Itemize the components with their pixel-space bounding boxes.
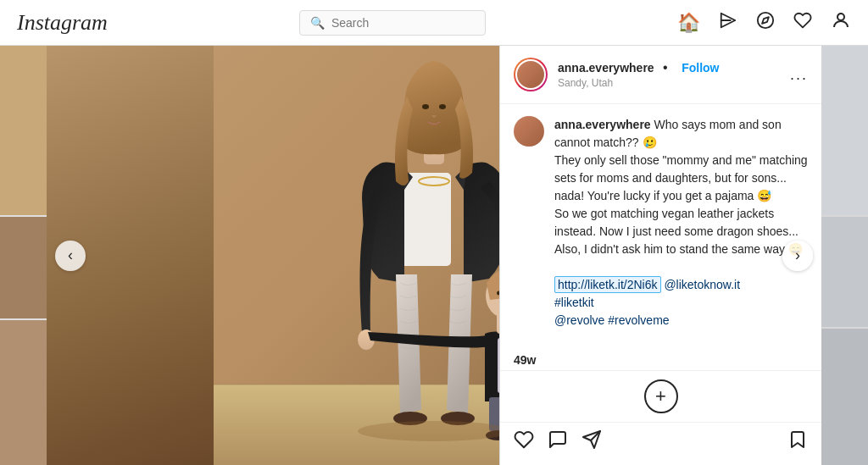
left-chevron-icon: ‹ — [68, 246, 73, 264]
separator: • — [663, 60, 668, 75]
mention1-text[interactable]: @liketoknow.it — [664, 278, 740, 291]
comment-panel: anna.everywhere • Follow Sandy, Utah ...… — [499, 46, 821, 465]
hashtag2[interactable]: #revolveme — [608, 313, 669, 327]
right-chevron-icon: › — [795, 246, 800, 264]
search-input[interactable] — [331, 16, 475, 30]
left-thumb-2 — [0, 217, 47, 318]
profile-icon[interactable] — [831, 10, 851, 36]
next-arrow[interactable]: › — [782, 241, 813, 271]
left-strip — [0, 46, 47, 465]
top-navigation: Instagram 🔍 🏠 — [0, 0, 868, 46]
post-username[interactable]: anna.everywhere — [558, 61, 654, 75]
hashtag1[interactable]: #liketkit — [554, 296, 594, 309]
svg-point-17 — [439, 104, 446, 109]
comment-body: anna.everywhere Who says mom and son can… — [500, 104, 821, 350]
left-thumb-1 — [0, 46, 47, 215]
plus-icon: + — [655, 385, 666, 407]
instagram-logo: Instagram — [17, 10, 108, 36]
send-icon[interactable] — [719, 11, 737, 34]
like-button[interactable] — [514, 429, 534, 455]
main-content: ‹ › anna.everywhere • Follow Sandy, Utah — [0, 46, 868, 465]
search-icon: 🔍 — [310, 16, 325, 30]
right-strip — [821, 46, 868, 465]
comment-username[interactable]: anna.everywhere — [554, 118, 651, 131]
nav-icon-group: 🏠 — [677, 10, 851, 36]
right-thumb-1 — [821, 46, 868, 215]
comment-avatar[interactable] — [514, 116, 544, 147]
svg-point-2 — [758, 12, 773, 27]
action-icons-left — [514, 429, 602, 455]
home-icon[interactable]: 🏠 — [677, 12, 700, 34]
post-actions — [500, 422, 821, 465]
heart-icon[interactable] — [793, 11, 812, 35]
left-thumb-3 — [0, 320, 47, 465]
post-header: anna.everywhere • Follow Sandy, Utah ... — [500, 46, 821, 104]
more-options-button[interactable]: ... — [790, 66, 808, 84]
right-thumb-2 — [821, 217, 868, 327]
comment-item: anna.everywhere Who says mom and son can… — [514, 116, 808, 329]
share-button[interactable] — [581, 429, 602, 455]
likes-number: 49 — [514, 353, 527, 367]
comment-text: anna.everywhere Who says mom and son can… — [554, 116, 808, 329]
comment-link[interactable]: http://liketk.it/2Ni6k — [554, 276, 661, 293]
likes-count: 49w — [500, 350, 821, 370]
bookmark-button[interactable] — [787, 429, 808, 455]
mention2[interactable]: @revolve — [554, 313, 604, 327]
user-info: anna.everywhere • Follow Sandy, Utah — [558, 60, 780, 89]
likes-suffix: w — [527, 353, 537, 367]
search-bar[interactable]: 🔍 — [299, 10, 486, 36]
svg-point-4 — [837, 14, 844, 20]
svg-point-27 — [358, 421, 510, 441]
comment-part3: So we got matching vegan leather jackets… — [554, 207, 803, 256]
svg-point-16 — [422, 104, 429, 109]
prev-arrow[interactable]: ‹ — [55, 241, 86, 271]
svg-marker-3 — [762, 17, 769, 24]
user-avatar[interactable] — [514, 58, 548, 91]
add-comment-button[interactable]: + — [644, 379, 678, 413]
post-username-line: anna.everywhere • Follow — [558, 60, 780, 75]
comment-part2: They only sell those "mommy and me" matc… — [554, 153, 808, 202]
post-location: Sandy, Utah — [558, 77, 780, 89]
right-thumb-3 — [821, 329, 868, 465]
explore-icon[interactable] — [756, 11, 775, 35]
follow-button[interactable]: Follow — [682, 61, 719, 75]
add-comment-section: + — [500, 370, 821, 422]
comment-button[interactable] — [548, 429, 568, 455]
